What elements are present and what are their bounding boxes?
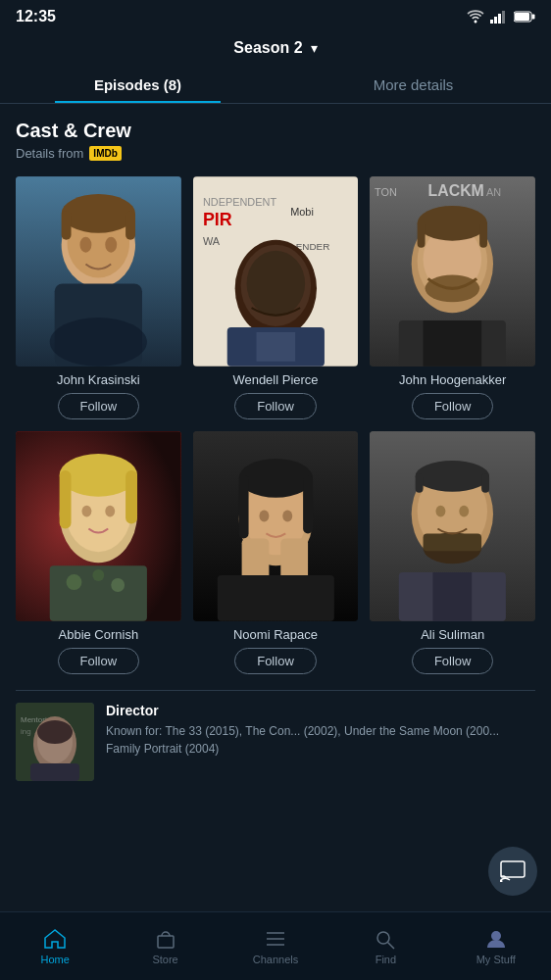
tabs: Episodes (8) More details [0,65,551,104]
svg-text:ing: ing [21,727,31,736]
cast-name-john-krasinski: John Krasinski [57,372,140,387]
cast-name-abbie-cornish: Abbie Cornish [59,627,139,642]
home-icon [43,928,67,950]
mystuff-icon [484,928,508,950]
store-icon [154,928,177,950]
svg-rect-5 [515,13,529,21]
svg-text:NDEPENDENT: NDEPENDENT [203,196,276,208]
svg-point-51 [67,574,82,590]
svg-rect-83 [30,763,79,781]
nav-item-store[interactable]: Store [136,928,195,965]
cast-grid: John Krasinski Follow NDEPENDENT PIR WA [16,176,535,674]
svg-text:TON: TON [375,186,397,198]
svg-rect-41 [424,320,482,367]
status-bar: 12:35 [0,0,551,29]
svg-point-82 [37,720,73,744]
follow-button-noomi-rapace[interactable]: Follow [234,648,317,674]
details-from-text: Details from [16,146,83,161]
svg-point-61 [282,511,292,522]
follow-button-john-krasinski[interactable]: Follow [58,393,140,419]
cast-crew-title: Cast & Crew [16,120,535,142]
director-label: Director [106,703,535,718]
cast-card-wendell-pierce: NDEPENDENT PIR WA Mobi FILM ENDER IRI We… [193,176,359,419]
season-selector[interactable]: Season 2 ▾ [0,29,551,65]
svg-point-14 [62,194,135,233]
svg-rect-39 [479,220,487,248]
cast-icon [500,860,526,882]
svg-point-90 [377,932,389,944]
svg-rect-72 [424,533,482,551]
svg-rect-28 [256,332,295,362]
cast-photo-ali-suliman [370,431,535,621]
follow-button-wendell-pierce[interactable]: Follow [234,393,317,419]
svg-text:AN: AN [486,186,501,198]
svg-point-12 [105,237,117,253]
svg-point-57 [238,459,312,498]
status-time: 12:35 [16,8,56,25]
details-from-row: Details from IMDb [16,146,535,161]
svg-text:LACKM: LACKM [428,182,484,199]
director-info: Director Known for: The 33 (2015), The C… [106,703,535,781]
follow-button-john-hoogenakker[interactable]: Follow [412,393,494,419]
svg-point-53 [111,578,125,592]
cast-name-wendell-pierce: Wendell Pierce [232,372,318,387]
nav-label-store: Store [152,954,177,965]
cast-photo-noomi-rapace [193,431,359,621]
svg-point-92 [491,931,501,941]
nav-item-find[interactable]: Find [356,928,415,965]
cast-photo-wendell-pierce: NDEPENDENT PIR WA Mobi FILM ENDER IRI [193,176,359,367]
svg-point-52 [92,569,104,581]
imdb-badge: IMDb [89,146,121,161]
svg-rect-76 [433,572,473,621]
status-icons [467,10,535,24]
director-known-for: Known for: The 33 (2015), The Con... (20… [106,722,535,758]
cast-card-abbie-cornish: Abbie Cornish Follow [16,431,181,674]
svg-rect-3 [502,11,505,24]
svg-point-48 [81,506,91,517]
tab-more-details[interactable]: More details [276,65,551,103]
chevron-down-icon: ▾ [311,40,318,56]
nav-label-mystuff: My Stuff [476,954,516,965]
follow-button-ali-suliman[interactable]: Follow [412,648,494,674]
cast-button[interactable] [488,847,537,896]
nav-label-home: Home [41,954,70,965]
svg-rect-86 [158,936,174,948]
svg-rect-84 [501,861,525,877]
cast-photo-abbie-cornish [16,431,181,621]
cast-name-john-hoogenakker: John Hoogenakker [399,372,506,387]
channels-icon [264,928,287,950]
svg-line-91 [388,942,395,949]
svg-point-37 [418,206,487,241]
director-photo: Mentoring ing [16,703,94,781]
svg-rect-47 [125,470,137,524]
svg-rect-58 [238,475,248,538]
wifi-icon [467,10,484,24]
nav-item-mystuff[interactable]: My Stuff [467,928,526,965]
nav-item-channels[interactable]: Channels [246,928,305,965]
follow-button-abbie-cornish[interactable]: Follow [58,648,140,674]
svg-point-74 [460,506,470,517]
svg-rect-69 [416,473,424,493]
svg-point-49 [105,506,115,517]
battery-icon [514,11,535,23]
svg-text:PIR: PIR [203,210,232,229]
svg-point-13 [50,318,147,367]
svg-text:Mobi: Mobi [290,206,314,218]
nav-item-home[interactable]: Home [25,928,84,965]
svg-rect-0 [490,20,493,24]
cast-card-john-krasinski: John Krasinski Follow [16,176,181,419]
svg-rect-38 [418,220,426,248]
season-label: Season 2 [233,39,302,57]
svg-point-11 [79,237,91,253]
svg-rect-1 [494,17,497,24]
svg-point-60 [259,511,269,522]
tab-episodes[interactable]: Episodes (8) [0,65,276,103]
svg-text:WA: WA [203,235,221,247]
bottom-nav: Home Store Channels Find My Stuff [0,911,551,980]
cast-card-noomi-rapace: Noomi Rapace Follow [193,431,359,674]
nav-label-find: Find [376,954,396,965]
svg-rect-59 [303,475,313,534]
svg-point-68 [416,461,489,492]
svg-rect-16 [125,211,135,240]
cast-name-noomi-rapace: Noomi Rapace [233,627,318,642]
